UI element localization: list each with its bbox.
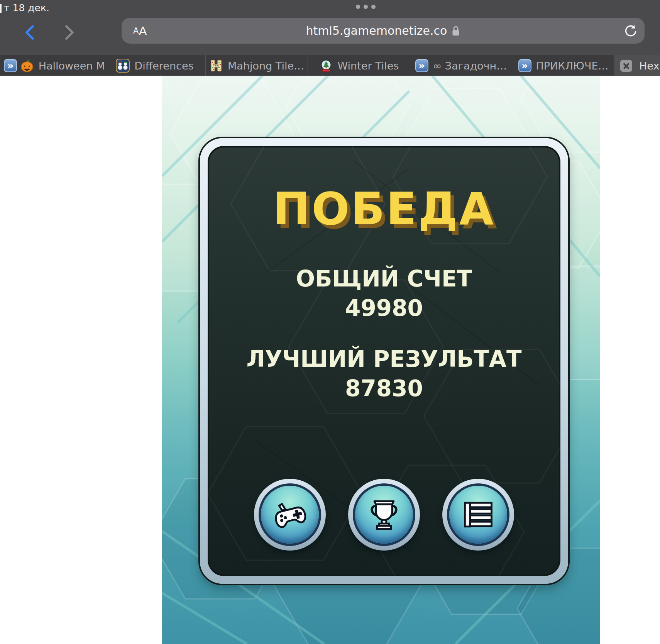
- trophy-icon: [366, 496, 403, 533]
- total-score-label: ОБЩИЙ СЧЕТ: [208, 264, 560, 293]
- status-date: т 18 дек.: [4, 2, 49, 14]
- address-bar[interactable]: AA html5.gamemonetize.co: [122, 18, 645, 44]
- game-viewport: ПОБЕДА ОБЩИЙ СЧЕТ 49980 ЛУЧШИЙ РЕЗУЛЬТАТ…: [162, 76, 600, 644]
- pumpkin-icon: [21, 59, 34, 73]
- total-score-value: 49980: [208, 293, 560, 323]
- tab-label: Winter Tiles: [338, 60, 399, 72]
- lock-icon: [452, 25, 460, 37]
- victory-title: ПОБЕДА: [208, 183, 560, 235]
- tab-label: Mahjong Tile…: [228, 60, 304, 72]
- tab-partial[interactable]: »: [0, 55, 21, 76]
- victory-panel: ПОБЕДА ОБЩИЙ СЧЕТ 49980 ЛУЧШИЙ РЕЗУЛЬТАТ…: [200, 138, 568, 584]
- mahjong-tiles-icon: [209, 59, 223, 73]
- leaderboard-button[interactable]: [442, 479, 514, 551]
- browser-toolbar: т 18 дек. AA html5.gamemonetize.co: [0, 0, 660, 55]
- refresh-button[interactable]: [623, 24, 638, 38]
- forward-button[interactable]: [61, 24, 78, 41]
- forward-chevron-icon: [64, 25, 75, 40]
- fast-forward-icon: »: [415, 59, 428, 72]
- tab-label: ПРИКЛЮЧЕ…: [536, 60, 609, 72]
- gamepad-icon: [271, 496, 308, 533]
- tab-hexa-active[interactable]: Hexa: [615, 55, 660, 76]
- tab-halloween[interactable]: Halloween M: [21, 55, 104, 76]
- tab-label: Halloween M: [39, 60, 104, 72]
- tab-label: Hexa: [639, 60, 660, 72]
- tab-priklyuche[interactable]: » ПРИКЛЮЧЕ…: [512, 55, 615, 76]
- tab-differences[interactable]: Differences: [104, 55, 206, 76]
- menu-button-row: [208, 479, 560, 551]
- best-score-value: 87830: [208, 374, 560, 403]
- tab-winter-tiles[interactable]: Winter Tiles: [308, 55, 410, 76]
- clipped-glyph: [0, 4, 2, 13]
- best-score-label: ЛУЧШИЙ РЕЗУЛЬТАТ: [208, 344, 560, 374]
- best-score-block: ЛУЧШИЙ РЕЗУЛЬТАТ 87830: [208, 344, 560, 403]
- tab-bar: » Halloween M Differences: [0, 55, 660, 76]
- total-score-block: ОБЩИЙ СЧЕТ 49980: [208, 264, 560, 323]
- app-switcher-dots-icon: [356, 5, 376, 9]
- leaderboard-icon: [460, 496, 497, 533]
- tab-zagadochn[interactable]: » ∞ Загадочн…: [410, 55, 512, 76]
- url-display: html5.gamemonetize.co: [122, 18, 645, 44]
- back-chevron-icon: [24, 25, 36, 40]
- refresh-icon: [623, 24, 638, 38]
- fast-forward-icon: »: [4, 59, 17, 72]
- tab-label: ∞ Загадочн…: [433, 60, 507, 72]
- fast-forward-icon: »: [518, 59, 531, 72]
- tab-mahjong[interactable]: Mahjong Tile…: [206, 55, 308, 76]
- play-button[interactable]: [254, 479, 326, 551]
- achievements-button[interactable]: [348, 479, 420, 551]
- victory-panel-inner: ПОБЕДА ОБЩИЙ СЧЕТ 49980 ЛУЧШИЙ РЕЗУЛЬТАТ…: [208, 146, 560, 576]
- close-tab-icon[interactable]: [620, 60, 632, 72]
- snowmen-thumbnail-icon: [116, 59, 130, 73]
- back-button[interactable]: [21, 24, 38, 41]
- snow-globe-icon: [319, 59, 333, 73]
- tab-label: Differences: [134, 60, 193, 72]
- url-text: html5.gamemonetize.co: [306, 24, 447, 37]
